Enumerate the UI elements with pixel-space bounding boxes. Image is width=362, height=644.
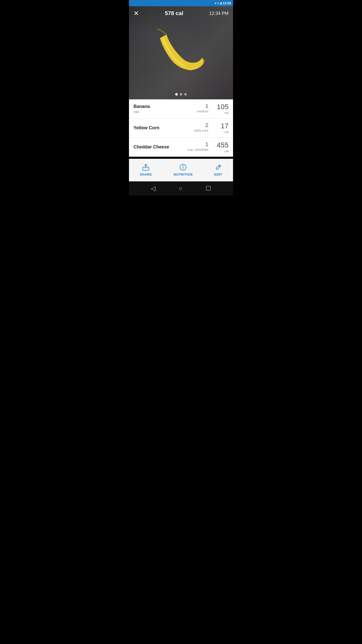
food-qty-corn: 2 baby ears xyxy=(194,122,208,132)
food-item-cheese-left: Cheddar Cheese xyxy=(133,144,188,150)
food-cal-corn: 17 cal xyxy=(213,122,229,134)
navigation-bar: ◁ ○ ☐ xyxy=(129,181,233,195)
home-icon[interactable]: ○ xyxy=(179,185,183,192)
food-cal-unit-banana: cal xyxy=(213,111,229,115)
close-button[interactable]: ✕ xyxy=(133,10,139,17)
status-icons: ▾ ✕ ▮ 12:55 xyxy=(215,1,231,5)
action-bar: SHARE NUTRITION EDIT xyxy=(129,159,233,181)
food-qty-num-corn: 2 xyxy=(194,122,208,129)
status-bar: ▾ ✕ ▮ 12:55 xyxy=(129,0,233,6)
food-item-corn-left: Yellow Corn xyxy=(133,125,194,131)
dot-3[interactable] xyxy=(184,93,187,96)
food-name-cheese: Cheddar Cheese xyxy=(133,144,188,150)
food-list: Banana raw 1 medium 105 cal Yellow Corn … xyxy=(129,99,233,157)
share-label: SHARE xyxy=(140,173,152,176)
pagination-dots xyxy=(175,93,187,96)
food-cal-unit-corn: cal xyxy=(213,130,229,134)
food-qty-unit-banana: medium xyxy=(197,109,208,113)
food-cal-unit-cheese: cal xyxy=(213,149,229,153)
food-qty-banana: 1 medium xyxy=(197,103,208,113)
food-item-corn[interactable]: Yellow Corn 2 baby ears 17 cal xyxy=(129,118,233,138)
dot-1[interactable] xyxy=(175,93,178,96)
food-cal-num-corn: 17 xyxy=(213,122,229,130)
food-qty-num-cheese: 1 xyxy=(188,141,208,148)
recents-icon[interactable]: ☐ xyxy=(206,185,211,192)
meal-time: 12:34 PM xyxy=(209,11,229,16)
food-cal-num-cheese: 455 xyxy=(213,141,229,149)
food-qty-num-banana: 1 xyxy=(197,103,208,109)
total-calories: 578 cal xyxy=(165,10,183,17)
photo-header: ✕ 578 cal 12:34 PM xyxy=(129,6,233,20)
share-icon xyxy=(142,164,150,171)
food-item-banana-left: Banana raw xyxy=(133,104,197,114)
banana-image-svg xyxy=(146,14,216,85)
food-cal-cheese: 455 cal xyxy=(213,141,229,153)
nutrition-label: NUTRITION xyxy=(174,173,193,176)
food-item-banana[interactable]: Banana raw 1 medium 105 cal xyxy=(129,99,233,118)
food-item-cheese[interactable]: Cheddar Cheese 1 cup, shredded 455 cal xyxy=(129,138,233,157)
share-button[interactable]: SHARE xyxy=(140,164,152,176)
dot-2[interactable] xyxy=(180,93,182,96)
food-photo: ✕ 578 cal 12:34 PM xyxy=(129,6,233,99)
signal-icon: ✕ xyxy=(217,2,219,5)
food-cal-banana: 105 cal xyxy=(213,103,229,115)
nutrition-button[interactable]: NUTRITION xyxy=(174,164,193,176)
food-qty-unit-corn: baby ears xyxy=(194,129,208,132)
food-name-banana: Banana xyxy=(133,104,197,109)
edit-label: EDIT xyxy=(214,173,222,176)
svg-rect-0 xyxy=(146,14,216,85)
edit-icon xyxy=(214,164,222,171)
svg-point-4 xyxy=(183,165,184,166)
food-desc-banana: raw xyxy=(133,110,197,114)
food-name-corn: Yellow Corn xyxy=(133,125,194,131)
status-time: 12:55 xyxy=(223,1,231,5)
food-cal-num-banana: 105 xyxy=(213,103,229,111)
wifi-icon: ▾ xyxy=(215,2,216,5)
food-item-cheese-right: 1 cup, shredded 455 cal xyxy=(188,141,229,153)
edit-button[interactable]: EDIT xyxy=(214,164,222,176)
food-item-corn-right: 2 baby ears 17 cal xyxy=(194,122,229,134)
food-item-banana-right: 1 medium 105 cal xyxy=(197,103,229,115)
nutrition-icon xyxy=(179,164,187,171)
food-qty-unit-cheese: cup, shredded xyxy=(188,148,208,151)
back-icon[interactable]: ◁ xyxy=(151,185,155,192)
food-qty-cheese: 1 cup, shredded xyxy=(188,141,208,151)
battery-icon: ▮ xyxy=(220,2,222,5)
